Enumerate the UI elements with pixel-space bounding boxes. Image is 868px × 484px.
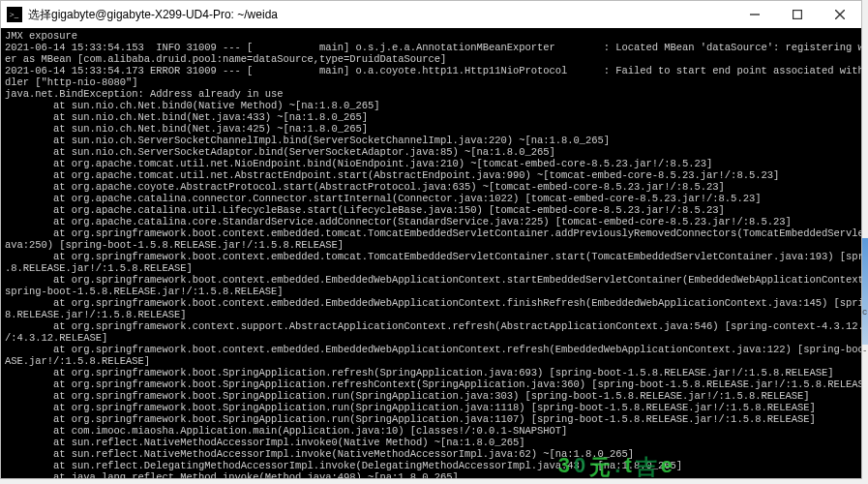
- terminal-line: at sun.reflect.DelegatingMethodAccessorI…: [5, 460, 857, 471]
- watermark-char: 3: [558, 453, 572, 482]
- background-window-sliver: [862, 238, 868, 345]
- terminal-line: 2021-06-14 15:33:54.153 INFO 31009 --- […: [5, 42, 857, 53]
- terminal-line: at org.springframework.boot.SpringApplic…: [5, 390, 857, 402]
- terminal-line: java.net.BindException: Address already …: [5, 88, 857, 100]
- terminal-line: at org.springframework.boot.context.embe…: [5, 251, 857, 262]
- watermark-char: 0: [574, 453, 587, 482]
- terminal-line: at org.springframework.boot.SpringApplic…: [5, 402, 857, 413]
- terminal-line: at org.springframework.boot.SpringApplic…: [5, 367, 857, 378]
- close-button[interactable]: [819, 1, 861, 28]
- terminal-line: at org.apache.tomcat.util.net.AbstractEn…: [5, 169, 857, 181]
- terminal-line: ASE.jar!/:1.5.8.RELEASE]: [5, 355, 857, 367]
- terminal-line: at org.springframework.boot.context.embe…: [5, 297, 857, 309]
- terminal-line: at org.apache.catalina.core.StandardServ…: [5, 216, 857, 227]
- maximize-button[interactable]: [776, 1, 819, 28]
- terminal-window: >_ 选择gigabyte@gigabyte-X299-UD4-Pro: ~/w…: [0, 0, 862, 479]
- terminal-line: 2021-06-14 15:33:54.173 ERROR 31009 --- …: [5, 65, 857, 76]
- terminal-line: at org.springframework.boot.context.embe…: [5, 274, 857, 286]
- window-controls: [733, 1, 861, 28]
- terminal-line: at sun.reflect.NativeMethodAccessorImpl.…: [5, 448, 857, 460]
- background-fragment: -: [862, 347, 868, 356]
- terminal-line: at org.springframework.context.support.A…: [5, 320, 857, 332]
- terminal-line: at sun.nio.ch.ServerSocketChannelImpl.bi…: [5, 135, 857, 146]
- terminal-line: at java.lang.reflect.Method.invoke(Metho…: [5, 471, 857, 478]
- terminal-line: at org.apache.coyote.AbstractProtocol.st…: [5, 181, 857, 193]
- background-fragment: c: [862, 308, 868, 318]
- terminal-line: at org.springframework.boot.context.embe…: [5, 344, 857, 355]
- terminal-line: at sun.nio.ch.ServerSocketAdaptor.bind(S…: [5, 146, 857, 158]
- watermark-char: 吉: [636, 453, 659, 482]
- terminal-line: 8.RELEASE.jar!/:1.5.8.RELEASE]: [5, 309, 857, 320]
- minimize-button[interactable]: [733, 1, 776, 28]
- terminal-line: at org.apache.tomcat.util.net.NioEndpoin…: [5, 158, 857, 169]
- terminal-line: at org.springframework.boot.SpringApplic…: [5, 378, 857, 390]
- watermark-char: 元: [589, 453, 613, 482]
- terminal-line: /:4.3.12.RELEASE]: [5, 332, 857, 344]
- terminal-line: at sun.nio.ch.Net.bind0(Native Method) ~…: [5, 100, 857, 111]
- terminal-line: at sun.nio.ch.Net.bind(Net.java:425) ~[n…: [5, 123, 857, 135]
- terminal-line: at org.apache.catalina.util.LifecycleBas…: [5, 204, 857, 216]
- terminal-line: spring-boot-1.5.8.RELEASE.jar!/:1.5.8.RE…: [5, 286, 857, 297]
- terminal-line: at org.springframework.boot.SpringApplic…: [5, 413, 857, 425]
- watermark-char: t: [624, 453, 633, 482]
- watermark-char: .: [614, 453, 622, 482]
- svg-rect-3: [793, 11, 802, 19]
- terminal-line: JMX exposure: [5, 30, 857, 42]
- terminal-line: er as MBean [com.alibaba.druid.pool:name…: [5, 53, 857, 65]
- terminal-line: ava:250) [spring-boot-1.5.8.RELEASE.jar!…: [5, 239, 857, 251]
- svg-text:>_: >_: [10, 10, 19, 19]
- terminal-line: dler ["http-nio-8080"]: [5, 76, 857, 88]
- terminal-line: at org.apache.catalina.connector.Connect…: [5, 193, 857, 204]
- terminal-line: at org.springframework.boot.context.embe…: [5, 227, 857, 239]
- terminal-content[interactable]: JMX exposure2021-06-14 15:33:54.153 INFO…: [1, 28, 861, 478]
- terminal-line: .8.RELEASE.jar!/:1.5.8.RELEASE]: [5, 262, 857, 274]
- watermark-overlay: 30元.t吉e: [558, 453, 674, 482]
- terminal-line: at sun.nio.ch.Net.bind(Net.java:433) ~[n…: [5, 111, 857, 123]
- watermark-char: e: [661, 453, 674, 482]
- terminal-app-icon: >_: [7, 7, 22, 22]
- terminal-line: at sun.reflect.NativeMethodAccessorImpl.…: [5, 437, 857, 448]
- terminal-line: at com.imooc.miaosha.Application.main(Ap…: [5, 425, 857, 437]
- titlebar[interactable]: >_ 选择gigabyte@gigabyte-X299-UD4-Pro: ~/w…: [1, 1, 861, 28]
- window-title: 选择gigabyte@gigabyte-X299-UD4-Pro: ~/weid…: [28, 7, 278, 23]
